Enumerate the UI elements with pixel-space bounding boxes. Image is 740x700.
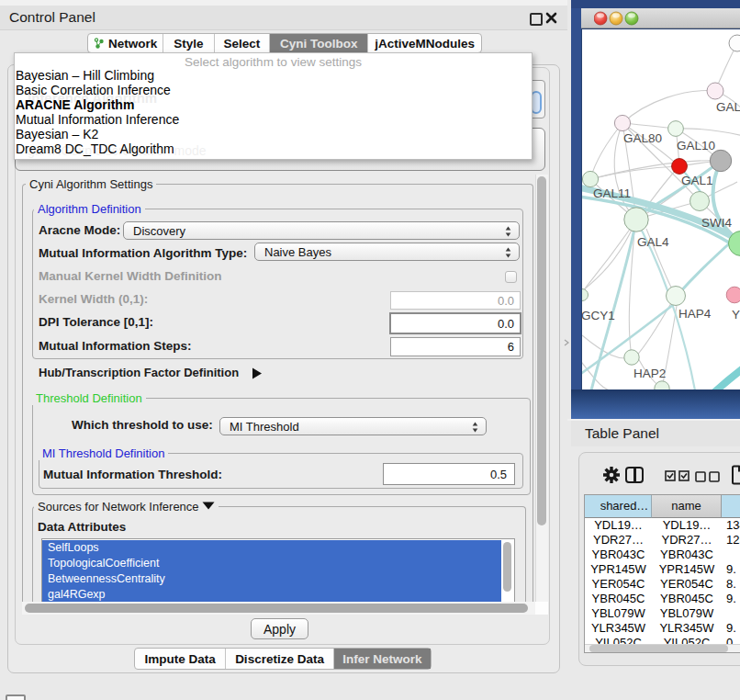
svg-text:GAL10: GAL10	[677, 139, 715, 152]
svg-text:GAL1: GAL1	[681, 174, 713, 187]
svg-text:GAL11: GAL11	[593, 186, 631, 200]
svg-text:GAL80: GAL80	[623, 131, 662, 145]
svg-text:Y: Y	[732, 308, 740, 322]
svg-text:HAP2: HAP2	[633, 367, 666, 380]
svg-text:HAP4: HAP4	[678, 307, 712, 321]
svg-text:GAL4: GAL4	[637, 235, 669, 249]
svg-text:SWI4: SWI4	[701, 216, 732, 230]
svg-text:GAL8: GAL8	[716, 100, 740, 114]
svg-text:GCY1: GCY1	[582, 309, 615, 322]
